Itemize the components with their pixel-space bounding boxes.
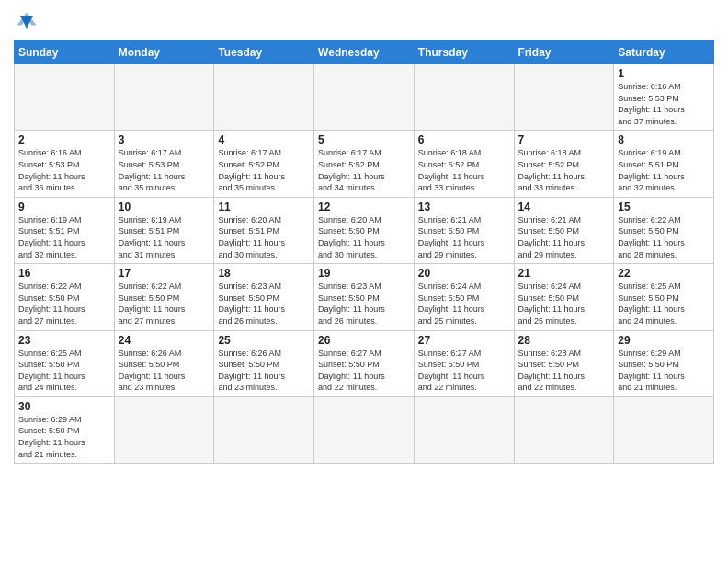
day-info: Sunrise: 6:21 AM Sunset: 5:50 PM Dayligh… — [418, 214, 510, 260]
day-cell: 24Sunrise: 6:26 AM Sunset: 5:50 PM Dayli… — [114, 330, 214, 396]
day-number: 30 — [18, 400, 110, 413]
day-cell: 13Sunrise: 6:21 AM Sunset: 5:50 PM Dayli… — [414, 197, 514, 263]
day-number: 20 — [418, 267, 510, 280]
day-info: Sunrise: 6:25 AM Sunset: 5:50 PM Dayligh… — [618, 281, 710, 327]
day-cell: 11Sunrise: 6:20 AM Sunset: 5:51 PM Dayli… — [214, 197, 314, 263]
page: SundayMondayTuesdayWednesdayThursdayFrid… — [0, 0, 728, 473]
day-cell: 3Sunrise: 6:17 AM Sunset: 5:53 PM Daylig… — [114, 131, 214, 197]
day-info: Sunrise: 6:19 AM Sunset: 5:51 PM Dayligh… — [18, 214, 110, 260]
day-number: 27 — [418, 334, 510, 347]
header-day-saturday: Saturday — [614, 41, 714, 64]
day-info: Sunrise: 6:29 AM Sunset: 5:50 PM Dayligh… — [18, 414, 110, 460]
day-cell: 15Sunrise: 6:22 AM Sunset: 5:50 PM Dayli… — [614, 197, 714, 263]
day-info: Sunrise: 6:26 AM Sunset: 5:50 PM Dayligh… — [218, 348, 310, 394]
day-info: Sunrise: 6:21 AM Sunset: 5:50 PM Dayligh… — [518, 214, 610, 260]
day-cell — [414, 64, 514, 131]
day-cell: 26Sunrise: 6:27 AM Sunset: 5:50 PM Dayli… — [314, 330, 415, 396]
day-info: Sunrise: 6:16 AM Sunset: 5:53 PM Dayligh… — [18, 147, 110, 193]
day-number: 28 — [518, 334, 610, 347]
day-info: Sunrise: 6:27 AM Sunset: 5:50 PM Dayligh… — [318, 348, 410, 394]
day-number: 29 — [618, 334, 710, 347]
day-info: Sunrise: 6:22 AM Sunset: 5:50 PM Dayligh… — [119, 281, 210, 327]
day-number: 5 — [318, 133, 410, 146]
day-cell — [114, 64, 214, 131]
header-row: SundayMondayTuesdayWednesdayThursdayFrid… — [15, 41, 714, 64]
day-cell: 22Sunrise: 6:25 AM Sunset: 5:50 PM Dayli… — [614, 264, 714, 330]
day-cell: 9Sunrise: 6:19 AM Sunset: 5:51 PM Daylig… — [15, 197, 115, 263]
day-number: 14 — [518, 201, 610, 213]
day-cell: 7Sunrise: 6:18 AM Sunset: 5:52 PM Daylig… — [514, 131, 614, 197]
day-cell — [114, 396, 214, 463]
day-number: 23 — [18, 334, 110, 347]
week-row-2: 2Sunrise: 6:16 AM Sunset: 5:53 PM Daylig… — [15, 131, 714, 197]
day-info: Sunrise: 6:22 AM Sunset: 5:50 PM Dayligh… — [18, 281, 110, 327]
day-number: 22 — [618, 267, 710, 280]
day-number: 11 — [218, 201, 310, 213]
day-cell: 1Sunrise: 6:16 AM Sunset: 5:53 PM Daylig… — [614, 64, 714, 131]
day-info: Sunrise: 6:23 AM Sunset: 5:50 PM Dayligh… — [318, 281, 410, 327]
day-number: 3 — [119, 133, 210, 146]
day-number: 15 — [618, 201, 710, 213]
day-cell — [414, 396, 514, 463]
day-info: Sunrise: 6:20 AM Sunset: 5:51 PM Dayligh… — [218, 214, 310, 260]
day-info: Sunrise: 6:29 AM Sunset: 5:50 PM Dayligh… — [618, 348, 710, 394]
day-number: 10 — [119, 201, 210, 213]
day-info: Sunrise: 6:27 AM Sunset: 5:50 PM Dayligh… — [418, 348, 510, 394]
day-cell: 16Sunrise: 6:22 AM Sunset: 5:50 PM Dayli… — [15, 264, 115, 330]
day-info: Sunrise: 6:22 AM Sunset: 5:50 PM Dayligh… — [618, 214, 710, 260]
day-cell: 12Sunrise: 6:20 AM Sunset: 5:50 PM Dayli… — [314, 197, 415, 263]
day-number: 16 — [18, 267, 110, 280]
header-day-monday: Monday — [114, 41, 214, 64]
day-info: Sunrise: 6:24 AM Sunset: 5:50 PM Dayligh… — [418, 281, 510, 327]
day-cell — [514, 64, 614, 131]
day-cell: 10Sunrise: 6:19 AM Sunset: 5:51 PM Dayli… — [114, 197, 214, 263]
day-number: 7 — [518, 133, 610, 146]
day-cell — [514, 396, 614, 463]
day-number: 4 — [218, 133, 310, 146]
day-info: Sunrise: 6:20 AM Sunset: 5:50 PM Dayligh… — [318, 214, 410, 260]
calendar-table: SundayMondayTuesdayWednesdayThursdayFrid… — [14, 40, 714, 464]
header — [14, 9, 714, 35]
day-cell: 21Sunrise: 6:24 AM Sunset: 5:50 PM Dayli… — [514, 264, 614, 330]
day-number: 9 — [18, 201, 110, 213]
day-info: Sunrise: 6:28 AM Sunset: 5:50 PM Dayligh… — [518, 348, 610, 394]
day-cell: 29Sunrise: 6:29 AM Sunset: 5:50 PM Dayli… — [614, 330, 714, 396]
day-cell: 23Sunrise: 6:25 AM Sunset: 5:50 PM Dayli… — [15, 330, 115, 396]
day-cell: 28Sunrise: 6:28 AM Sunset: 5:50 PM Dayli… — [514, 330, 614, 396]
header-day-tuesday: Tuesday — [214, 41, 314, 64]
day-cell: 27Sunrise: 6:27 AM Sunset: 5:50 PM Dayli… — [414, 330, 514, 396]
day-number: 19 — [318, 267, 410, 280]
day-cell: 14Sunrise: 6:21 AM Sunset: 5:50 PM Dayli… — [514, 197, 614, 263]
week-row-5: 23Sunrise: 6:25 AM Sunset: 5:50 PM Dayli… — [15, 330, 714, 396]
day-number: 26 — [318, 334, 410, 347]
day-info: Sunrise: 6:23 AM Sunset: 5:50 PM Dayligh… — [218, 281, 310, 327]
day-cell: 8Sunrise: 6:19 AM Sunset: 5:51 PM Daylig… — [614, 131, 714, 197]
day-number: 2 — [18, 133, 110, 146]
week-row-1: 1Sunrise: 6:16 AM Sunset: 5:53 PM Daylig… — [15, 64, 714, 131]
day-info: Sunrise: 6:26 AM Sunset: 5:50 PM Dayligh… — [119, 348, 210, 394]
day-cell: 5Sunrise: 6:17 AM Sunset: 5:52 PM Daylig… — [314, 131, 415, 197]
day-number: 25 — [218, 334, 310, 347]
day-info: Sunrise: 6:18 AM Sunset: 5:52 PM Dayligh… — [418, 147, 510, 193]
day-cell — [15, 64, 115, 131]
day-number: 17 — [119, 267, 210, 280]
day-cell: 6Sunrise: 6:18 AM Sunset: 5:52 PM Daylig… — [414, 131, 514, 197]
day-number: 13 — [418, 201, 510, 213]
day-cell: 2Sunrise: 6:16 AM Sunset: 5:53 PM Daylig… — [15, 131, 115, 197]
logo-icon — [14, 9, 40, 35]
day-info: Sunrise: 6:18 AM Sunset: 5:52 PM Dayligh… — [518, 147, 610, 193]
logo — [14, 9, 43, 35]
header-day-friday: Friday — [514, 41, 614, 64]
day-cell — [214, 64, 314, 131]
week-row-6: 30Sunrise: 6:29 AM Sunset: 5:50 PM Dayli… — [15, 396, 714, 463]
week-row-4: 16Sunrise: 6:22 AM Sunset: 5:50 PM Dayli… — [15, 264, 714, 330]
day-number: 6 — [418, 133, 510, 146]
day-cell: 30Sunrise: 6:29 AM Sunset: 5:50 PM Dayli… — [15, 396, 115, 463]
header-day-wednesday: Wednesday — [314, 41, 415, 64]
day-info: Sunrise: 6:19 AM Sunset: 5:51 PM Dayligh… — [618, 147, 710, 193]
day-cell: 25Sunrise: 6:26 AM Sunset: 5:50 PM Dayli… — [214, 330, 314, 396]
day-info: Sunrise: 6:19 AM Sunset: 5:51 PM Dayligh… — [119, 214, 210, 260]
day-number: 18 — [218, 267, 310, 280]
day-info: Sunrise: 6:17 AM Sunset: 5:52 PM Dayligh… — [318, 147, 410, 193]
day-cell — [214, 396, 314, 463]
